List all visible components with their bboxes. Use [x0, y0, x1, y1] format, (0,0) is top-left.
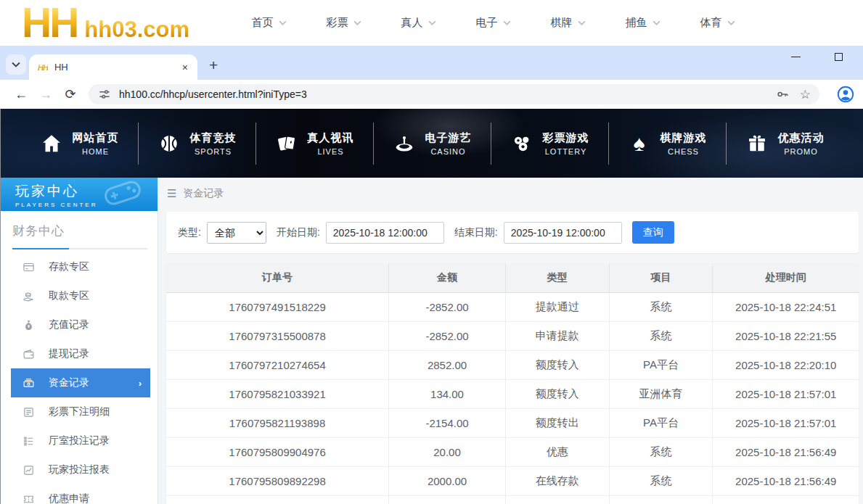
- logo-domain-text: hh03.com: [84, 18, 189, 41]
- browser-tab[interactable]: HH HH ×: [29, 54, 197, 80]
- gamenav-label-zh: 电子游艺: [425, 131, 472, 145]
- tab-search-button[interactable]: [6, 54, 26, 75]
- chevron-down-icon: [653, 20, 660, 25]
- chevron-down-icon: [353, 20, 361, 25]
- password-key-icon[interactable]: [775, 87, 790, 102]
- tab-close-icon[interactable]: ×: [180, 62, 190, 73]
- sidebar-item-hall-bet-records[interactable]: 厅室投注记录: [1, 426, 158, 455]
- forward-button[interactable]: →: [33, 87, 58, 102]
- sidebar-item-label: 资金记录: [49, 376, 89, 389]
- cell-type: 提款通过: [505, 292, 609, 321]
- top-nav-label: 电子: [476, 16, 498, 30]
- start-date-input[interactable]: [326, 222, 444, 244]
- top-nav-casino[interactable]: 电子: [456, 16, 531, 30]
- top-nav-fishing[interactable]: 捕鱼: [605, 16, 680, 30]
- site-logo[interactable]: HH hh03.com: [22, 5, 189, 40]
- sidebar-item-label: 彩票下注明细: [49, 405, 110, 418]
- table-row: 1760795821193898 -2154.00 额度转出 PA平台 2025…: [166, 408, 859, 437]
- gamenav-promo[interactable]: 优惠活动 PROMO: [743, 131, 827, 156]
- cell-project: PA平台: [609, 350, 713, 379]
- cell-order: [166, 495, 389, 504]
- gamenav-label-en: LOTTERY: [543, 147, 589, 156]
- cell-order: 1760795821193898: [166, 408, 389, 437]
- gamenav-lives[interactable]: 真人视讯 LIVES: [272, 131, 357, 156]
- cell-order: 1760795809904976: [166, 437, 389, 466]
- page: HH hh03.com 首页 彩票 真人 电子 棋牌: [0, 0, 863, 504]
- col-header-project: 项目: [609, 263, 713, 292]
- address-bar[interactable]: hh100.cc/hhcp/usercenter.html?iniType=3 …: [89, 84, 819, 104]
- table-row: 1760795809904976 20.00 优惠 系统 2025-10-18 …: [166, 437, 859, 466]
- chevron-down-icon: [727, 20, 735, 25]
- playing-cards-icon: [275, 132, 298, 155]
- top-nav-chess[interactable]: 棋牌: [531, 16, 605, 30]
- gamenav-home[interactable]: 网站首页 HOME: [37, 131, 122, 156]
- list-icon: [23, 435, 35, 447]
- home-icon: [40, 132, 63, 155]
- back-button[interactable]: ←: [9, 87, 33, 102]
- hand-money-icon: [23, 290, 35, 302]
- section-underline: [12, 248, 147, 249]
- reload-button[interactable]: ⟳: [58, 86, 83, 102]
- table-row: 1760797210274654 2852.00 额度转入 PA平台 2025-…: [166, 350, 859, 379]
- divider: [491, 123, 491, 165]
- top-nav-live[interactable]: 真人: [381, 16, 456, 30]
- spade-icon: ♠: [628, 132, 651, 155]
- top-nav-sports[interactable]: 体育: [680, 16, 755, 30]
- gamenav-casino[interactable]: 电子游艺 CASINO: [390, 131, 475, 156]
- deposit-card-icon: [23, 261, 35, 273]
- search-button[interactable]: 查询: [632, 221, 674, 244]
- maximize-button[interactable]: [835, 53, 843, 61]
- end-date-input[interactable]: [504, 222, 622, 244]
- sidebar-item-withdraw[interactable]: 取款专区: [1, 281, 158, 310]
- url-text[interactable]: hh100.cc/hhcp/usercenter.html?iniType=3: [119, 88, 775, 100]
- sidebar-item-recharge-records[interactable]: 充值记录: [1, 310, 158, 339]
- table-header-row: 订单号 金额 类型 项目 处理时间: [166, 263, 859, 292]
- top-nav-label: 真人: [401, 16, 423, 30]
- gift-icon: [745, 132, 769, 155]
- players-center-subtitle: PLAYERS CENTER: [15, 202, 158, 208]
- new-tab-button[interactable]: +: [209, 57, 218, 73]
- banknotes-icon: [23, 377, 35, 389]
- chevron-down-icon: [428, 20, 436, 25]
- page-body: 玩家中心 PLAYERS CENTER 财务中心 存款专区: [0, 178, 863, 504]
- profile-avatar-icon[interactable]: [837, 86, 854, 103]
- col-header-amount: 金额: [389, 263, 506, 292]
- gamenav-label-zh: 真人视讯: [308, 131, 354, 145]
- gamenav-label-en: LIVES: [308, 147, 354, 156]
- sidebar-menu: 存款专区 取款专区 充值记录 提现记录 资金记录 ›: [1, 252, 158, 504]
- top-nav-lottery[interactable]: 彩票: [306, 16, 381, 30]
- cell-time: 2025-10-18 21:56:49: [713, 466, 859, 495]
- logo-hh-text: HH: [22, 5, 77, 40]
- funds-table: 订单号 金额 类型 项目 处理时间 1760797491518229 -2852…: [166, 263, 859, 504]
- col-header-order: 订单号: [166, 263, 389, 292]
- minimize-button[interactable]: [791, 57, 801, 58]
- sidebar-item-withdrawal-records[interactable]: 提现记录: [1, 339, 158, 368]
- gamenav-chess[interactable]: ♠ 棋牌游戏 CHESS: [625, 131, 710, 156]
- document-list-icon: [23, 406, 35, 418]
- site-header: HH hh03.com 首页 彩票 真人 电子 棋牌: [0, 0, 863, 46]
- sidebar-item-player-bet-report[interactable]: 玩家投注报表: [1, 455, 158, 484]
- cell-order: 1760797315500878: [166, 321, 389, 350]
- top-nav-label: 棋牌: [551, 16, 573, 30]
- sidebar-item-label: 提现记录: [49, 347, 89, 360]
- gamenav-lottery[interactable]: 彩票游戏 LOTTERY: [507, 131, 592, 156]
- type-select[interactable]: 全部: [207, 222, 266, 244]
- table-row-partial: [166, 495, 859, 504]
- start-date-label: 开始日期:: [277, 226, 320, 239]
- sidebar-item-deposit[interactable]: 存款专区: [1, 252, 158, 281]
- sidebar-item-promo-apply[interactable]: 优惠申请: [1, 484, 158, 504]
- ticket-icon: [23, 493, 35, 504]
- gamenav-label-zh: 体育竞技: [190, 131, 237, 145]
- gamenav-label-en: SPORTS: [190, 147, 237, 156]
- sidebar-item-lottery-bet-detail[interactable]: 彩票下注明细: [1, 397, 158, 426]
- sidebar-item-funds-records[interactable]: 资金记录 ›: [11, 368, 150, 397]
- gamenav-label-zh: 彩票游戏: [543, 131, 589, 145]
- top-nav-home[interactable]: 首页: [232, 16, 306, 30]
- divider: [255, 123, 256, 165]
- bookmark-star-icon[interactable]: ☆: [800, 87, 811, 102]
- gamenav-sports[interactable]: 体育竞技 SPORTS: [155, 131, 240, 156]
- cell-project: PA平台: [609, 408, 713, 437]
- gamenav-label-zh: 优惠活动: [778, 131, 825, 145]
- sidebar-section: 财务中心: [1, 211, 158, 249]
- site-settings-icon[interactable]: [97, 87, 112, 102]
